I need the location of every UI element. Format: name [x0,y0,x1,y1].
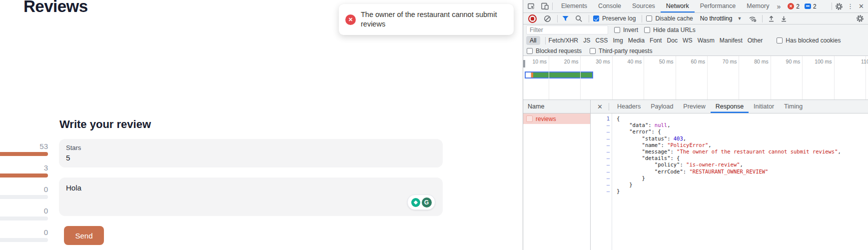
stars-field[interactable]: Stars 5 [59,139,443,168]
timeline-gridline [676,56,676,100]
tab-console[interactable]: Console [593,0,627,12]
third-party-requests-checkbox[interactable] [590,48,596,54]
device-toolbar-icon[interactable] [541,2,549,10]
filter-row: Invert Hide data URLs [523,24,868,35]
kebab-menu-icon[interactable]: ⋮ [847,2,854,10]
error-badge[interactable]: ✕ 2 [788,3,800,10]
stars-value: 5 [66,154,443,162]
close-detail-icon[interactable]: ✕ [597,103,603,110]
type-filter-manifest[interactable]: Manifest [720,37,743,44]
invert-checkbox[interactable] [614,27,620,33]
detail-tab-headers[interactable]: Headers [612,100,646,113]
request-type-filters: AllFetch/XHRJSCSSImgMediaFontDocWSWasmMa… [523,35,868,46]
response-line: – "status": 403, [591,136,868,142]
network-conditions-icon[interactable] [749,15,757,22]
timeline-tick-label: 50 ms [659,58,674,64]
detail-tab-initiator[interactable]: Initiator [749,100,779,113]
filter-funnel-icon[interactable] [562,15,569,22]
blocked-requests-checkbox[interactable] [527,48,533,54]
detail-tab-preview[interactable]: Preview [678,100,710,113]
review-textarea[interactable]: Hola [59,178,443,216]
tab-sources[interactable]: Sources [627,0,661,12]
tab-elements[interactable]: Elements [556,0,593,12]
fold-marker-icon: – [591,136,612,142]
type-chips: AllFetch/XHRJSCSSImgMediaFontDocWSWasmMa… [526,36,768,45]
tab-network[interactable]: Network [661,0,695,12]
code-token: , [838,148,841,154]
hide-data-urls-checkbox[interactable] [644,27,650,33]
settings-gear-icon[interactable] [835,2,843,10]
line-code: } [612,188,620,194]
tab-performance[interactable]: Performance [695,0,742,12]
disable-cache-checkbox[interactable] [646,16,652,22]
main-tabs: ElementsConsoleSourcesNetworkPerformance… [556,0,775,12]
record-network-log-icon[interactable] [528,14,537,23]
code-token: { [617,116,620,122]
import-har-icon[interactable] [768,15,775,22]
name-column-header[interactable]: Name [523,100,591,114]
network-overview-timeline[interactable]: 10 ms20 ms30 ms40 ms50 ms60 ms70 ms80 ms… [523,56,868,100]
type-filter-media[interactable]: Media [628,37,645,44]
request-waterfall-bar[interactable] [525,72,593,78]
type-filter-all[interactable]: All [526,36,540,45]
hide-data-urls-label: Hide data URLs [653,26,696,34]
preserve-log-checkbox[interactable] [593,16,599,22]
timeline-tick-label: 60 ms [691,58,705,64]
type-filter-img[interactable]: Img [613,37,623,44]
line-code: "message": "The owner of the restaurant … [612,148,841,155]
response-line: – "error": { [591,128,868,135]
filter-input[interactable] [526,26,608,34]
throttling-select[interactable]: No throttling [700,15,733,22]
send-button[interactable]: Send [64,226,104,245]
timeline-gridline [580,56,581,100]
response-line: – "name": "PolicyError", [591,142,868,148]
line-code: "policy": "is-owner-review", [612,162,743,168]
network-settings-gear-icon[interactable] [856,14,864,22]
type-filter-doc[interactable]: Doc [667,37,678,44]
type-filter-font[interactable]: Font [650,37,662,44]
line-code: { [612,116,620,122]
type-filter-js[interactable]: JS [583,37,590,44]
more-tabs-icon[interactable]: » [775,2,783,10]
type-filter-ws[interactable]: WS [683,37,693,44]
fold-marker-icon: – [591,162,612,168]
response-line: 1{ [591,116,868,122]
grammarly-logo-icon[interactable]: G [422,198,432,208]
export-har-icon[interactable] [780,15,788,22]
detail-tab-payload[interactable]: Payload [646,100,678,113]
inspect-element-icon[interactable] [527,2,536,10]
type-filter-fetchxhr[interactable]: Fetch/XHR [549,37,579,44]
response-viewer[interactable]: 1{– "data": null,– "error": {– "status":… [591,114,868,250]
code-token: , [683,136,686,142]
search-icon[interactable] [575,15,583,22]
issues-badge[interactable]: 2 [805,3,817,10]
type-filter-other[interactable]: Other [748,37,763,44]
timeline-tick-label: 20 ms [564,58,579,64]
request-flags-row: Blocked requests Third-party requests [523,46,868,56]
has-blocked-cookies-checkbox[interactable] [777,38,783,44]
line-code: "data": null, [612,122,670,128]
preserve-log-label: Preserve log [602,15,636,22]
code-token: "message": [617,148,677,154]
grammarly-suggestion-icon[interactable] [411,198,420,207]
fold-marker-icon: – [591,142,612,148]
timeline-tick-label: 80 ms [754,58,769,64]
line-code: "error": { [612,128,661,135]
type-filter-wasm[interactable]: Wasm [698,37,715,44]
tab-memory[interactable]: Memory [741,0,775,12]
response-line: – "policy": "is-owner-review", [591,162,868,168]
overview-drag-handle[interactable] [523,60,525,68]
rating-row: 53 [0,142,48,156]
clear-network-log-icon[interactable] [544,15,551,22]
timeline-gridline [707,56,708,100]
code-token: "details": { [617,155,680,161]
code-token: , [708,142,711,148]
detail-tab-timing[interactable]: Timing [779,100,808,113]
type-filter-css[interactable]: CSS [595,37,608,44]
request-row-reviews[interactable]: reviews [523,114,590,124]
grammarly-widget[interactable]: G [407,194,435,210]
detail-tab-response[interactable]: Response [711,100,749,113]
close-devtools-icon[interactable]: ✕ [859,2,864,10]
review-form-heading: Write your review [59,118,151,131]
fold-marker-icon: – [591,168,612,175]
